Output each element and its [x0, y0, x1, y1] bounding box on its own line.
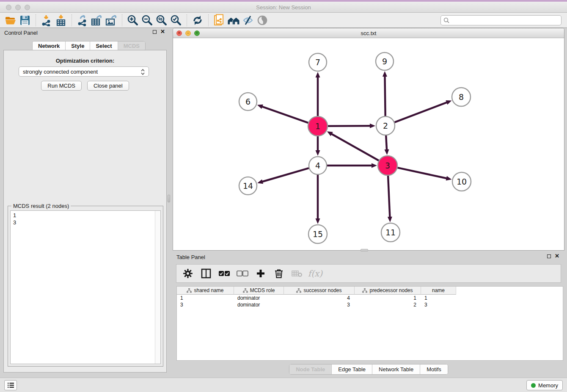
tab-style[interactable]: Style: [66, 41, 90, 50]
save-session-icon[interactable]: [18, 14, 32, 27]
network-view-title: scc.txt: [173, 30, 564, 36]
table-cell[interactable]: 2: [355, 301, 421, 308]
network-canvas[interactable]: 7968124314101511: [173, 38, 564, 250]
graph-node-label: 1: [315, 121, 320, 131]
table-panel-close-icon[interactable]: ✕: [555, 254, 559, 258]
select-all-icon[interactable]: [218, 267, 231, 280]
new-network-from-file-icon[interactable]: [212, 14, 226, 27]
graph-edge-1-6[interactable]: [261, 106, 308, 123]
task-history-button[interactable]: [4, 380, 17, 390]
table-panel-float-icon[interactable]: [547, 254, 551, 258]
tab-network-table[interactable]: Network Table: [372, 364, 420, 374]
import-network-icon[interactable]: [39, 14, 54, 27]
tab-network[interactable]: Network: [33, 41, 66, 50]
window-titlebar: Session: New Session: [0, 2, 567, 13]
search-icon: [443, 17, 450, 25]
table-cell[interactable]: 1: [421, 295, 456, 301]
export-network-icon[interactable]: [75, 14, 90, 27]
optimization-criterion-select[interactable]: strongly connected component: [19, 66, 149, 77]
zoom-selected-icon[interactable]: [169, 14, 183, 27]
graph-edge-3-11[interactable]: [388, 176, 390, 218]
export-table-icon[interactable]: [90, 14, 104, 27]
graph-edge-3-1[interactable]: [331, 134, 379, 161]
control-panel-tabs: Network Style Select MCDS: [32, 41, 146, 51]
table-cell[interactable]: dominator: [234, 301, 284, 308]
graph-edge-arrowhead: [384, 149, 389, 155]
run-mcds-button[interactable]: Run MCDS: [41, 81, 82, 91]
deselect-all-icon[interactable]: [236, 267, 249, 280]
table-cell[interactable]: 3: [177, 301, 234, 308]
graph-edge-2-9[interactable]: [385, 76, 385, 116]
column-header-mcds-role[interactable]: MCDS role: [234, 287, 284, 295]
table-rows: 1dominator4113dominator323: [177, 295, 563, 308]
table-panel: Table Panel ✕ f(x) sha: [173, 252, 564, 377]
tab-edge-table[interactable]: Edge Table: [332, 364, 372, 374]
graph-edge-4-14[interactable]: [262, 168, 309, 182]
memory-button[interactable]: Memory: [526, 380, 563, 390]
table-row[interactable]: 1dominator411: [177, 295, 563, 301]
mcds-result-textarea[interactable]: 1 3: [10, 210, 161, 364]
show-all-icon[interactable]: [255, 14, 270, 27]
zoom-fit-icon[interactable]: [154, 14, 169, 27]
hide-selected-icon[interactable]: [241, 14, 255, 27]
apply-layout-icon[interactable]: [190, 14, 205, 27]
memory-status-icon: [531, 383, 536, 388]
graph-node-label: 3: [385, 161, 390, 170]
tab-motifs[interactable]: Motifs: [420, 364, 448, 374]
tab-node-table[interactable]: Node Table: [289, 364, 332, 374]
table-row[interactable]: 3dominator323: [177, 301, 563, 308]
graph-node-label: 15: [313, 229, 323, 239]
result-scrollbar[interactable]: [155, 211, 160, 364]
table-cell[interactable]: 4: [284, 295, 355, 301]
graph-edge-arrowhead: [446, 100, 451, 105]
first-neighbors-icon[interactable]: [226, 14, 241, 27]
table-cell[interactable]: 1: [355, 295, 421, 301]
control-panel-close-icon[interactable]: ✕: [160, 30, 165, 34]
zoom-in-icon[interactable]: [126, 14, 140, 27]
column-view-icon[interactable]: [200, 267, 212, 280]
table-options-gear-icon[interactable]: [182, 267, 194, 280]
column-type-icon: [296, 288, 301, 293]
graph-edge-arrowhead: [388, 217, 392, 222]
function-builder-icon[interactable]: f(x): [309, 267, 322, 280]
network-view-titlebar: ✕ − + scc.txt: [173, 28, 564, 38]
graph-node-label: 4: [315, 161, 320, 170]
tab-select[interactable]: Select: [90, 41, 118, 50]
table-cell[interactable]: dominator: [234, 295, 284, 301]
horizontal-splitter-handle[interactable]: [361, 249, 368, 251]
close-panel-button[interactable]: Close panel: [87, 81, 129, 91]
column-header-name[interactable]: name: [421, 287, 456, 295]
zoom-out-icon[interactable]: [140, 14, 154, 27]
column-type-icon: [362, 288, 367, 293]
table-cell[interactable]: 3: [421, 301, 456, 308]
column-type-icon: [243, 288, 248, 293]
import-table-icon[interactable]: [54, 14, 68, 27]
vertical-splitter-handle[interactable]: [168, 195, 170, 202]
delete-table-icon[interactable]: [291, 267, 303, 280]
node-table: shared name MCDS role successor nodes pr…: [176, 286, 563, 361]
column-header-shared-name[interactable]: shared name: [177, 287, 234, 295]
open-file-icon[interactable]: [3, 14, 18, 27]
column-header-successor-nodes[interactable]: successor nodes: [284, 287, 355, 295]
tab-mcds[interactable]: MCDS: [118, 41, 145, 50]
delete-column-icon[interactable]: [272, 267, 285, 280]
graph-node-label: 11: [385, 228, 396, 237]
search-input[interactable]: [440, 15, 561, 25]
mcds-result-groupbox: MCDS result (2 nodes) 1 3: [8, 206, 163, 367]
export-image-icon[interactable]: [104, 14, 118, 27]
graph-edge-3-10[interactable]: [397, 168, 447, 178]
table-cell[interactable]: 3: [284, 301, 355, 308]
control-panel-float-icon[interactable]: [153, 30, 157, 34]
add-column-icon[interactable]: [254, 267, 267, 280]
column-header-predecessor-nodes[interactable]: predecessor nodes: [355, 287, 421, 295]
table-cell[interactable]: 1: [177, 295, 234, 301]
search-field-wrap: [440, 15, 561, 25]
graph-edge-arrowhead: [316, 150, 320, 156]
graph-edge-arrowhead: [316, 72, 320, 77]
select-stepper-icon: [140, 69, 145, 77]
graph-edge-2-8[interactable]: [395, 102, 448, 122]
graph-edge-1-2[interactable]: [328, 126, 371, 126]
mcds-result-title: MCDS result (2 nodes): [11, 203, 71, 209]
graph-edge-2-3[interactable]: [386, 135, 387, 150]
memory-label: Memory: [538, 382, 558, 389]
